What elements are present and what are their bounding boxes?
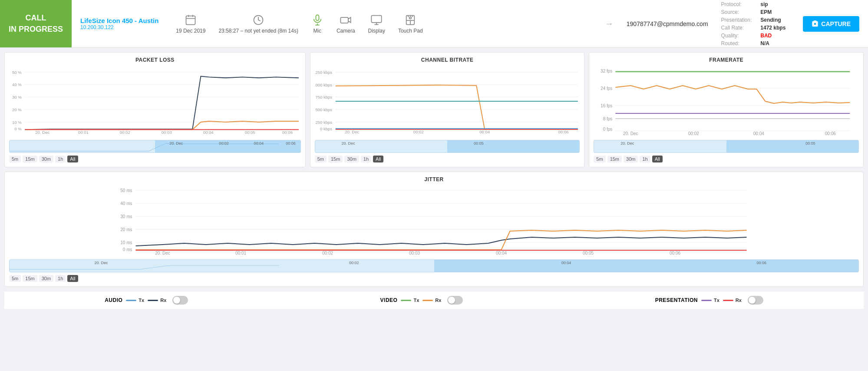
audio-tx-label: Tx	[139, 298, 144, 303]
y-label-250: 250 kbps	[315, 120, 332, 125]
audio-tx-color	[126, 300, 136, 301]
framerate-chart: 32 fps 24 fps 16 fps 8 fps 0 fps 20. Dec…	[594, 66, 859, 137]
y-label-1250: 1250 kbps	[315, 70, 332, 75]
btn-5m-pl[interactable]: 5m	[9, 156, 21, 162]
btn-1h-fr[interactable]: 1h	[640, 156, 650, 162]
packet-loss-time-filter: 5m 15m 30m 1h All	[9, 156, 301, 162]
j-y-30ms: 30 ms	[120, 214, 132, 219]
date-label: 19 Dec 2019	[176, 28, 205, 34]
btn-30m-fr[interactable]: 30m	[624, 156, 638, 162]
j-y-50ms: 50 ms	[120, 188, 132, 193]
x-label-0001: 00:01	[78, 130, 89, 135]
y-label-24fps: 24 fps	[601, 86, 612, 91]
btn-30m-pl[interactable]: 30m	[39, 156, 53, 162]
j-x-0001: 00:01	[235, 251, 246, 255]
source-label: Source:	[721, 9, 752, 15]
jitter-tx-line	[136, 230, 747, 250]
audio-toggle[interactable]	[172, 296, 188, 305]
jitter-chart: 50 ms 40 ms 30 ms 20 ms 10 ms 0 ms 20. D…	[9, 186, 859, 257]
video-toggle[interactable]	[447, 296, 463, 305]
cb-x-0006: 00:06	[558, 129, 568, 134]
j-x-0006: 00:06	[670, 251, 680, 255]
routed-value: N/A	[760, 40, 785, 46]
device-info: LifeSize Icon 450 - Austin 10.200.30.122	[72, 13, 167, 35]
btn-1h-jitter[interactable]: 1h	[55, 275, 66, 282]
btn-all-jitter[interactable]: All	[67, 275, 78, 282]
y-label-40pct: 40 %	[12, 82, 22, 87]
svg-rect-8	[341, 17, 349, 23]
btn-1h-pl[interactable]: 1h	[55, 156, 66, 162]
video-rx-color	[422, 300, 433, 301]
device-icons-row: 19 Dec 2019 23:58:27 – not yet ended (8m…	[167, 14, 596, 34]
j-x-0004: 00:04	[496, 251, 507, 255]
channel-bitrate-minimap: 20. Dec 00:05	[315, 140, 580, 153]
j-y-20ms: 20 ms	[120, 227, 132, 232]
y-label-0fps: 0 fps	[603, 127, 613, 132]
video-rx-legend: Rx	[422, 298, 441, 303]
presentation-rx-label: Rx	[736, 298, 742, 303]
btn-5m-jitter[interactable]: 5m	[9, 275, 21, 282]
camera-icon-item: Camera	[337, 14, 355, 34]
call-rate-value: 1472 kbps	[760, 25, 785, 31]
packet-loss-panel: PACKET LOSS 50 % 40 % 30 % 20 % 10 % 0 %	[4, 52, 306, 167]
jitter-time-filter: 5m 15m 30m 1h All	[9, 275, 859, 282]
video-tx-label: Tx	[413, 298, 419, 303]
btn-30m-cb[interactable]: 30m	[344, 156, 359, 162]
charts-area: PACKET LOSS 50 % 40 % 30 % 20 % 10 % 0 %	[0, 48, 868, 313]
btn-all-fr[interactable]: All	[652, 156, 663, 162]
y-label-10pct: 10 %	[12, 120, 22, 125]
btn-15m-pl[interactable]: 15m	[23, 156, 37, 162]
y-label-16fps: 16 fps	[601, 103, 612, 108]
x-label-0003: 00:03	[162, 130, 172, 135]
btn-15m-fr[interactable]: 15m	[607, 156, 622, 162]
channel-bitrate-chart: 1250 kbps 1000 kbps 750 kbps 500 kbps 25…	[315, 66, 580, 137]
jitter-minimap-svg	[10, 260, 858, 272]
btn-5m-fr[interactable]: 5m	[594, 156, 605, 162]
y-label-500: 500 kbps	[315, 107, 332, 112]
btn-all-cb[interactable]: All	[373, 156, 383, 162]
framerate-time-filter: 5m 15m 30m 1h All	[594, 156, 859, 162]
jitter-rx-line	[136, 237, 747, 246]
packet-loss-title: PACKET LOSS	[9, 57, 301, 63]
fr-x-0006: 00:06	[825, 131, 836, 136]
btn-all-pl[interactable]: All	[67, 156, 78, 162]
mic-icon	[311, 14, 323, 26]
btn-30m-jitter[interactable]: 30m	[39, 275, 53, 282]
j-x-dec20: 20. Dec	[155, 251, 170, 255]
display-label: Display	[368, 28, 385, 34]
capture-label: CAPTURE	[821, 20, 851, 27]
audio-legend-group: AUDIO Tx Rx	[105, 296, 188, 305]
header: CALL IN PROGRESS LifeSize Icon 450 - Aus…	[0, 0, 868, 48]
video-tx-color	[401, 300, 411, 301]
presentation-legend-group: PRESENTATION Tx Rx	[655, 296, 763, 305]
presentation-toggle[interactable]	[748, 296, 763, 305]
video-legend-group: VIDEO Tx Rx	[380, 296, 463, 305]
time-label: 23:58:27 – not yet ended (8m 14s)	[218, 28, 298, 34]
y-label-20pct: 20 %	[12, 107, 22, 112]
camera-label: Camera	[337, 28, 355, 34]
presentation-tx-label: Tx	[714, 298, 719, 303]
channel-bitrate-title: CHANNEL BITRATE	[315, 57, 580, 63]
y-label-0pct: 0 %	[14, 126, 22, 131]
x-label-0002: 00:02	[120, 130, 130, 135]
camera-capture-icon	[812, 20, 818, 27]
camera-icon	[340, 14, 352, 26]
btn-15m-cb[interactable]: 15m	[328, 156, 343, 162]
capture-button[interactable]: CAPTURE	[803, 16, 859, 32]
packet-loss-rx-line	[25, 76, 298, 129]
btn-15m-jitter[interactable]: 15m	[23, 275, 37, 282]
video-legend-label: VIDEO	[380, 297, 398, 303]
protocol-label: Protocol:	[721, 1, 752, 7]
svg-rect-0	[186, 16, 195, 24]
btn-5m-cb[interactable]: 5m	[315, 156, 327, 162]
presentation-tx-legend: Tx	[701, 298, 719, 303]
calendar-icon-item: 19 Dec 2019	[176, 14, 205, 34]
j-x-0003: 00:03	[409, 251, 420, 255]
fr-x-0004: 00:04	[753, 131, 764, 136]
j-y-40ms: 40 ms	[120, 201, 132, 206]
btn-1h-cb[interactable]: 1h	[361, 156, 371, 162]
charts-row-2: JITTER 50 ms 40 ms 30 ms 20 ms 10 ms 0 m…	[4, 172, 864, 287]
svg-point-15	[409, 17, 412, 19]
jitter-title: JITTER	[9, 176, 859, 182]
audio-tx-legend: Tx	[126, 298, 144, 303]
